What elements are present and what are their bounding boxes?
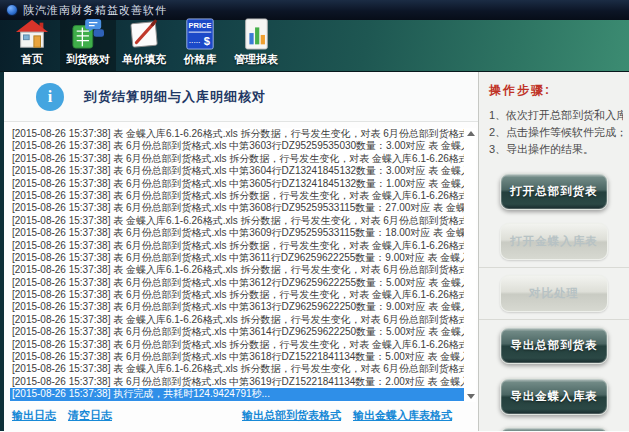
log-line[interactable]: [2015-08-26 15:37:38] 表 6月份总部到货格式.xls 中第… <box>10 351 464 363</box>
bottom-links: 输出日志 清空日志 输出总部到货表格式 输出金蝶入库表格式 <box>12 408 472 423</box>
page-header: i 到货结算明细与入库明细核对 <box>4 72 478 122</box>
toolbar-item-home[interactable]: 首页 <box>4 20 60 71</box>
toolbar-item-arrival-check[interactable]: 到货核对 <box>60 20 116 71</box>
log-line[interactable]: [2015-08-26 15:37:38] 表 6月份总部到货格式.xls 中第… <box>10 165 464 177</box>
log-line[interactable]: [2015-08-26 15:37:38] 表 6月份总部到货格式.xls 中第… <box>10 140 464 152</box>
log-line[interactable]: [2015-08-26 15:37:38] 执行完成，共耗时124.942479… <box>10 388 464 400</box>
main-panel: i 到货结算明细与入库明细核对 [2015-08-26 15:37:38] 表 … <box>4 72 478 431</box>
output-kingdee-format-link[interactable]: 输出金蝶入库表格式 <box>353 408 452 423</box>
log-line[interactable]: [2015-08-26 15:37:38] 表 金蝶入库6.1-6.26格式.x… <box>10 128 464 140</box>
steps-list: 1、依次打开总部到货和入库Excel表； 2、点击操作等候软件完成； 3、导出操… <box>479 107 629 158</box>
log-line[interactable]: [2015-08-26 15:37:38] 表 6月份总部到货格式.xls 拆分… <box>10 289 464 301</box>
log-line[interactable]: [2015-08-26 15:37:38] 表 6月份总部到货格式.xls 中第… <box>10 301 464 313</box>
log-line[interactable]: [2015-08-26 15:37:38] 表 6月份总部到货格式.xls 中第… <box>10 376 464 388</box>
toolbar-item-label: 价格库 <box>184 52 217 67</box>
toolbar-item-label: 管理报表 <box>234 52 278 67</box>
app-icon <box>6 4 18 16</box>
log-line[interactable]: [2015-08-26 15:37:38] 表 6月份总部到货格式.xls 拆分… <box>10 190 464 202</box>
compare-process-button[interactable]: 对比处理 <box>500 275 608 312</box>
log-line[interactable]: [2015-08-26 15:37:38] 表 金蝶入库6.1-6.26格式.x… <box>10 314 464 326</box>
partial-bottom-button[interactable] <box>500 427 608 431</box>
app-window: 陕汽淮南财务精益改善软件 首页 <box>0 0 629 432</box>
toolbar-item-reports[interactable]: 管理报表 <box>228 20 284 71</box>
svg-text:.....: ..... <box>189 35 201 45</box>
log-line[interactable]: [2015-08-26 15:37:38] 表 6月份总部到货格式.xls 拆分… <box>10 339 464 351</box>
log-line[interactable]: [2015-08-26 15:37:38] 表 金蝶入库6.1-6.26格式.x… <box>10 363 464 375</box>
arrival-check-icon <box>70 18 106 50</box>
toolbar-item-label: 到货核对 <box>66 52 110 67</box>
side-panel: 操作步骤: 1、依次打开总部到货和入库Excel表； 2、点击操作等候软件完成；… <box>478 72 629 431</box>
export-kingdee-table-button[interactable]: 导出金蝶入库表 <box>500 378 608 415</box>
toolbar-item-label: 首页 <box>21 52 43 67</box>
price-library-icon: PRICE ..... $ <box>182 18 218 50</box>
report-icon <box>238 18 274 50</box>
step-item: 2、点击操作等候软件完成； <box>489 124 623 141</box>
log-line[interactable]: [2015-08-26 15:37:38] 表 6月份总部到货格式.xls 拆分… <box>10 153 464 165</box>
divider <box>479 267 629 268</box>
format-links: 输出总部到货表格式 输出金蝶入库表格式 <box>242 408 464 423</box>
scroll-up-arrow[interactable] <box>467 131 475 136</box>
page-title: 到货结算明细与入库明细核对 <box>84 88 266 106</box>
log-line[interactable]: [2015-08-26 15:37:38] 表 金蝶入库6.1-6.26格式.x… <box>10 215 464 227</box>
log-line[interactable]: [2015-08-26 15:37:38] 表 金蝶入库6.1-6.26格式.x… <box>10 264 464 276</box>
price-fill-icon <box>126 18 162 50</box>
content-area: i 到货结算明细与入库明细核对 [2015-08-26 15:37:38] 表 … <box>0 72 629 431</box>
step-item: 3、导出操作的结果。 <box>489 141 623 158</box>
clear-log-link[interactable]: 清空日志 <box>68 408 112 423</box>
window-title: 陕汽淮南财务精益改善软件 <box>23 3 167 18</box>
divider <box>479 319 629 320</box>
toolbar-item-label: 单价填充 <box>122 52 166 67</box>
export-arrival-table-button[interactable]: 导出总部到货表 <box>500 327 608 364</box>
svg-text:PRICE: PRICE <box>189 21 212 30</box>
svg-text:$: $ <box>204 35 211 47</box>
log-line[interactable]: [2015-08-26 15:37:38] 表 6月份总部到货格式.xls 拆分… <box>10 240 464 252</box>
home-icon <box>14 18 50 50</box>
toolbar: 首页 到货核对 <box>0 20 629 72</box>
log-line[interactable]: [2015-08-26 15:37:38] 表 6月份总部到货格式.xls 中第… <box>10 277 464 289</box>
scroll-down-arrow[interactable] <box>467 394 475 399</box>
side-buttons: 打开总部到货表 打开金蝶入库表 对比处理 导出总部到货表 导出金蝶入库表 <box>479 170 629 431</box>
toolbar-item-price-library[interactable]: PRICE ..... $ 价格库 <box>172 20 228 71</box>
log-line[interactable]: [2015-08-26 15:37:38] 表 6月份总部到货格式.xls 中第… <box>10 326 464 338</box>
log-line[interactable]: [2015-08-26 15:37:38] 表 6月份总部到货格式.xls 中第… <box>10 178 464 190</box>
open-arrival-table-button[interactable]: 打开总部到货表 <box>500 173 608 210</box>
open-kingdee-table-button[interactable]: 打开金蝶入库表 <box>500 223 608 260</box>
steps-title: 操作步骤: <box>479 82 629 99</box>
titlebar: 陕汽淮南财务精益改善软件 <box>0 0 629 20</box>
output-log-link[interactable]: 输出日志 <box>12 408 56 423</box>
log-line[interactable]: [2015-08-26 15:37:38] 表 6月份总部到货格式.xls 中第… <box>10 202 464 214</box>
step-item: 1、依次打开总部到货和入库Excel表； <box>489 107 623 124</box>
output-arrival-format-link[interactable]: 输出总部到货表格式 <box>242 408 341 423</box>
log-line[interactable]: [2015-08-26 15:37:38] 表 6月份总部到货格式.xls 中第… <box>10 252 464 264</box>
log-list[interactable]: [2015-08-26 15:37:38] 表 金蝶入库6.1-6.26格式.x… <box>10 128 476 402</box>
toolbar-item-price-fill[interactable]: 单价填充 <box>116 20 172 71</box>
info-icon: i <box>36 83 64 111</box>
log-panel: [2015-08-26 15:37:38] 表 金蝶入库6.1-6.26格式.x… <box>10 128 476 402</box>
log-line[interactable]: [2015-08-26 15:37:38] 表 6月份总部到货格式.xls 中第… <box>10 227 464 239</box>
